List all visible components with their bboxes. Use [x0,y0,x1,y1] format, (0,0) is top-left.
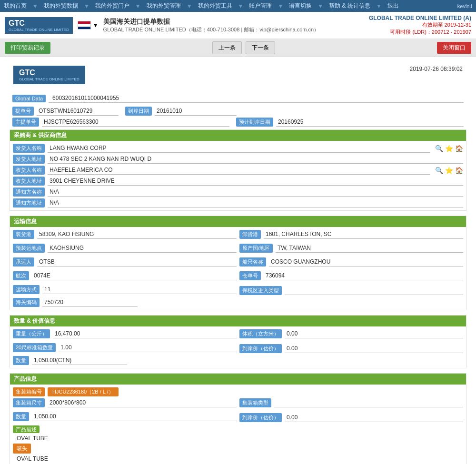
nav-account[interactable]: 账户管理 [249,2,272,10]
product-section: 产品信息 集装箱编号 HJCU2236180（2B / L /） 集装箱尺寸 2… [10,373,466,464]
container-id-label: 集装箱编号 [13,387,45,396]
shipper-name-label: 发货人名称 [13,144,45,153]
vessel-value: COSCO GUANGZHOU [269,257,463,267]
load-place-label: 预装运地点 [13,244,45,253]
containers-label: 20尺标准箱数量 [13,343,56,352]
containers-value: 1.00 [59,343,237,352]
origin-port-label: 装货港 [13,230,34,239]
consignee-addr-value: 3901 CHEYENNE DRIVE [48,177,463,186]
buyer-seller-header: 采购商 & 供应商信息 [10,130,466,141]
container-type-row: 集装箱类型 [239,398,463,407]
prod-qty-row: 数量 1,050.00 [13,412,237,421]
search-icon-2[interactable]: 🔍 [435,167,443,174]
user-display: kevin.l [457,3,472,9]
notify-name-row: 通知方名称 N/A [13,188,463,197]
origin-port-value: 58309, KAO HSIUNG [37,230,237,239]
product-desc-value: OVAL TUBE [13,433,463,444]
company-info: GLOBAL TRADE ONLINE LIMITED（电话：400-710-3… [103,26,319,33]
containers-row: 20尺标准箱数量 1.00 [13,343,237,352]
container-size-label: 集装箱尺寸 [13,398,45,407]
bonded-label: 保税区进入类型 [239,286,282,295]
consignee-addr-row: 收货人地址 3901 CHEYENNE DRIVE [13,177,463,186]
container-size-value: 2000*806*800 [48,398,237,407]
load-place-row: 预装运地点 KAOHSIUNG [13,244,237,253]
master-bill-value: HJSCTPE626563300 [42,118,229,127]
global-data-label: Global Data [12,95,46,102]
load-place-value: KAOHSIUNG [48,244,237,253]
bill-no-label: 提单号 [12,107,34,116]
transport-row: 运输方式 11 [13,285,237,294]
page-title: 美国海关进口提单数据 [103,18,319,26]
nav-portal[interactable]: 我的外贸门户 [95,2,129,10]
star-icon[interactable]: ⭐ [445,145,453,152]
customs-row: 海关编码 750720 [13,298,463,307]
vessel-row: 船只名称 COSCO GUANGZHOU [239,257,463,267]
nav-help[interactable]: 帮助 & 统计信息 [329,2,370,10]
volume-value: 0.00 [285,329,463,338]
qty-row: 数量 1,050.00(CTN) [13,356,463,365]
shipping-header: 运输信息 [10,216,466,227]
nav-links: 我的首页 ▼ 我的外贸数据 ▼ 我的外贸门户 ▼ 我的外贸管理 ▼ 我的外贸工具… [4,2,399,10]
prod-qty-value: 1,050.00 [32,412,237,421]
logo: GTC GLOBAL TRADE ONLINE LIMITED [5,17,73,34]
us-flag [78,21,91,30]
customs-label: 海关编码 [13,298,40,307]
home-icon[interactable]: 🏠 [455,145,463,152]
consignee-name-value: HAEFELE AMERICA CO [48,166,430,175]
master-bill-row: 主提单号 HJSCTPE626563300 预计到岸日期 20160925 [12,118,464,127]
print-button[interactable]: 打印贸易记录 [5,42,50,54]
marks-button[interactable]: 唛头 [13,444,31,454]
search-icon[interactable]: 🔍 [435,145,443,152]
next-button[interactable]: 下一条 [246,41,275,54]
nav-home[interactable]: 我的首页 [4,2,27,10]
voyage-label: 航次 [13,271,29,280]
shipper-addr-row: 发货人地址 NO 478 SEC 2 KANG NAN RD WUQI D [13,155,463,164]
origin-country-row: 原产国/地区 TW, TAIWAN [239,244,463,253]
close-button[interactable]: 关闭窗口 [437,42,471,54]
customs-value: 750720 [42,298,138,307]
nav-tools[interactable]: 我的外贸工具 [198,2,232,10]
fob-row: 到岸价（估价） 0.00 [239,343,463,354]
prod-qty-label: 数量 [13,412,29,421]
transport-label: 运输方式 [13,285,40,294]
buyer-seller-section: 采购商 & 供应商信息 发货人名称 LANG HWANG CORP 🔍 ⭐ 🏠 … [10,129,466,211]
shipper-addr-label: 发货人地址 [13,155,45,164]
subscription-info: GLOBAL TRADE ONLINE LIMITED (A) 有效期至 201… [369,15,471,36]
origin-port-row: 装货港 58309, KAO HSIUNG [13,230,237,239]
global-data-section: Global Data 600320161011000041955 提单号 OT… [10,93,466,128]
dest-port-value: 1601, CHARLESTON, SC [264,230,463,239]
notify-addr-label: 通知方地址 [13,198,45,207]
consignee-name-label: 收货人名称 [13,166,45,175]
carrier-value: OTSB [37,257,237,267]
fob-label: 到岸价（估价） [239,344,282,353]
prev-button[interactable]: 上一条 [212,41,242,54]
page-header: GTC GLOBAL TRADE ONLINE LIMITED ▼ 美国海关进口… [0,12,476,39]
container-id-value: HJCU2236180（2B / L /） [48,387,119,396]
global-data-row: Global Data 600320161011000041955 [10,93,466,104]
consignee-name-row: 收货人名称 HAEFELE AMERICA CO 🔍 ⭐ 🏠 [13,166,463,175]
marks-value: OVAL TUBE [13,454,463,464]
nav-manage[interactable]: 我的外贸管理 [147,2,181,10]
nav-trade-data[interactable]: 我的外贸数据 [44,2,78,10]
voyage-row: 航次 0074E [13,271,237,280]
weight-row: 重量（公斤） 16,470.00 [13,329,237,338]
nav-language[interactable]: 语言切换 [289,2,312,10]
country-flag: ▼ [78,21,99,30]
global-data-value: 600320161011000041955 [49,94,464,103]
shipper-addr-value: NO 478 SEC 2 KANG NAN RD WUQI D [48,155,463,164]
manifest-label: 仓单号 [239,271,261,280]
container-type-label: 集装箱类型 [239,398,271,407]
volume-label: 体积（立方米） [239,329,282,338]
notify-addr-row: 通知方地址 N/A [13,198,463,207]
container-size-row: 集装箱尺寸 2000*806*800 [13,398,237,407]
prod-fob-value: 0.00 [285,413,463,422]
home-icon-2[interactable]: 🏠 [455,167,463,174]
star-icon-2[interactable]: ⭐ [445,167,453,174]
consignee-addr-label: 收货人地址 [13,177,45,186]
dest-port-label: 卸货港 [239,230,261,239]
quantity-header: 数量 & 价值信息 [10,316,466,326]
nav-logout[interactable]: 退出 [387,2,399,10]
est-arrival-label: 预计到岸日期 [236,118,273,127]
document-content: GTC GLOBAL TRADE ONLINE LIMITED 2019-07-… [0,57,476,464]
bonded-row: 保税区进入类型 [239,285,463,296]
